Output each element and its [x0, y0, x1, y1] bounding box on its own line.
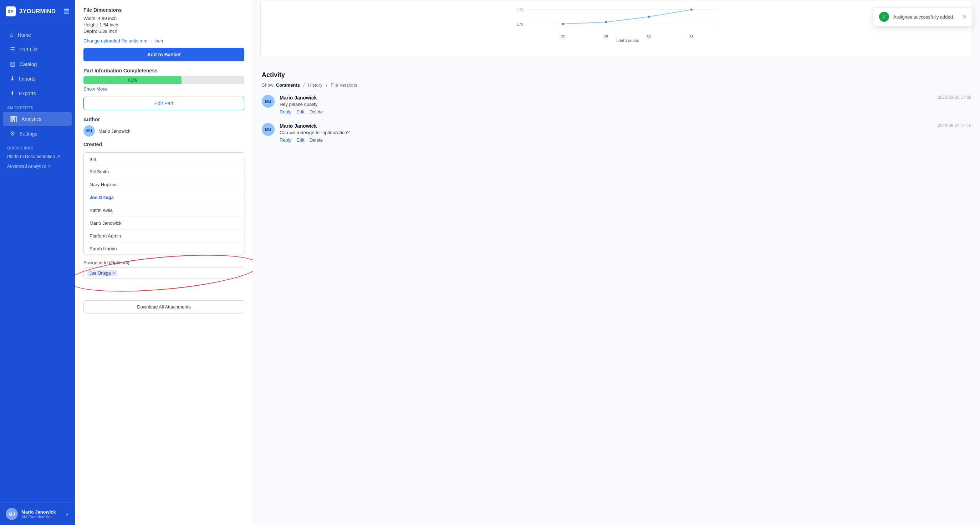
- edit-part-button[interactable]: Edit Part: [83, 97, 244, 110]
- activity-section: Activity Show: Comments / History / File…: [253, 64, 980, 158]
- part-info-title: Part Information Completeness: [83, 68, 244, 73]
- assignee-search-input[interactable]: [119, 271, 240, 276]
- sidebar-item-analytics[interactable]: 📊 Analytics: [3, 112, 72, 126]
- toast-notification: ✓ Assignee successfully added. ✕: [873, 7, 973, 26]
- file-height: Height: 1.54 inch: [83, 22, 244, 27]
- dropdown-item-aa[interactable]: a a: [84, 153, 244, 165]
- user-name: Mario Janowick: [21, 509, 62, 515]
- assignee-input-box[interactable]: Joe Ortega ✕: [83, 267, 244, 279]
- author-row: MJ Mario Janowick: [83, 125, 244, 137]
- progress-bar-text: 61%: [128, 78, 137, 83]
- sidebar-item-home[interactable]: ⌂ Home: [3, 28, 72, 42]
- reply-button[interactable]: Reply: [280, 137, 291, 143]
- dropdown-item-gary-hopkins[interactable]: Gary Hopkins: [84, 178, 244, 191]
- imports-icon: ⬇: [10, 75, 14, 82]
- hamburger-icon[interactable]: ☰: [64, 8, 69, 15]
- logo-icon: 3Y: [6, 6, 16, 16]
- avatar-initials: MJ: [265, 99, 271, 104]
- sidebar-item-imports[interactable]: ⬇ Imports: [3, 72, 72, 86]
- sidebar-quick-link-advanced-analytics[interactable]: Advanced Analytics ↗: [0, 161, 75, 171]
- sidebar-logo: 3Y 3YOURMIND ☰: [0, 0, 75, 23]
- dropdown-item-joe-ortega[interactable]: Joe Ortega: [84, 191, 244, 204]
- dropdown-item-mario-janowick[interactable]: Mario Janowick: [84, 217, 244, 230]
- file-width: Width: 4.89 inch: [83, 16, 244, 21]
- toast-close-button[interactable]: ✕: [962, 14, 967, 20]
- sidebar-quick-link-platform-docs[interactable]: Platform Documentation ↗: [0, 151, 75, 161]
- svg-point-10: [605, 21, 607, 23]
- am-experts-label: AM EXPERTS: [0, 101, 75, 111]
- activity-text: Hey please qualify: [280, 102, 972, 107]
- sidebar-item-label: Analytics: [21, 116, 41, 122]
- svg-text:172: 172: [517, 8, 523, 12]
- home-icon: ⌂: [10, 32, 14, 38]
- svg-text:Total Savings: Total Savings: [616, 38, 639, 42]
- progress-bar-fill: 61%: [83, 76, 181, 84]
- download-attachments-button[interactable]: Download All Attachments: [83, 300, 244, 313]
- change-units-link[interactable]: Change uploaded file units mm → inch: [83, 38, 244, 43]
- sidebar-item-part-list[interactable]: ☰ Part List: [3, 43, 72, 56]
- savings-chart: 172 170 20 25 30 35 Total Savings: [268, 6, 966, 42]
- author-avatar: MJ: [83, 125, 95, 137]
- quick-link-label: Platform Documentation ↗: [7, 154, 60, 159]
- filter-comments[interactable]: Comments: [276, 83, 300, 88]
- right-panel: 172 170 20 25 30 35 Total Savings Activi…: [253, 0, 980, 525]
- edit-button[interactable]: Edit: [296, 109, 304, 115]
- user-role: AM Part Identifier: [21, 515, 62, 519]
- assigned-to-container: Joe Ortega ✕: [83, 267, 244, 279]
- delete-button[interactable]: Delete: [310, 109, 323, 115]
- dropdown-item-katrin-avila[interactable]: Katrin Avila: [84, 204, 244, 217]
- activity-title: Activity: [262, 72, 972, 79]
- activity-author: Mario Janowick: [280, 123, 317, 129]
- toast-message: Assignee successfully added.: [893, 14, 958, 20]
- chevron-up-icon: ▲: [65, 512, 69, 516]
- analytics-icon: 📊: [10, 116, 17, 123]
- dropdown-item-sarah-harbin[interactable]: Sarah Harbin: [84, 243, 244, 254]
- file-depth: Depth: 6.39 inch: [83, 29, 244, 34]
- svg-point-12: [690, 8, 692, 11]
- settings-icon: ⚙: [10, 130, 15, 137]
- author-name: Mario Janowick: [99, 129, 130, 134]
- svg-text:35: 35: [689, 35, 694, 39]
- sidebar-item-catalog[interactable]: ▤ Catalog: [3, 57, 72, 71]
- created-section: Created: [83, 142, 244, 147]
- activity-avatar: MJ: [262, 95, 275, 108]
- assignee-tag: Joe Ortega ✕: [88, 270, 117, 277]
- svg-text:30: 30: [647, 35, 651, 39]
- sidebar-item-label: Part List: [19, 47, 37, 52]
- avatar-initials: MJ: [8, 511, 15, 517]
- filter-history[interactable]: History: [308, 83, 322, 88]
- created-label: Created: [83, 142, 244, 147]
- progress-bar-container: 61%: [83, 76, 244, 84]
- activity-item: MJ Mario Janowick 2023-08-04 14:10 Can w…: [262, 123, 972, 143]
- reply-button[interactable]: Reply: [280, 109, 291, 115]
- svg-text:20: 20: [561, 35, 565, 39]
- activity-timestamp: 2023-03-28 17:08: [937, 95, 972, 100]
- activity-filter-row: Show: Comments / History / File Versions: [262, 83, 972, 88]
- svg-point-9: [562, 23, 564, 25]
- activity-text: Can we redesign for optimization?: [280, 130, 972, 135]
- add-to-basket-button[interactable]: Add to Basket: [83, 48, 244, 61]
- dropdown-item-platform-admin[interactable]: Platform Admin: [84, 230, 244, 243]
- sidebar-item-settings[interactable]: ⚙ Settings: [3, 127, 72, 140]
- show-more-link[interactable]: Show More: [83, 86, 244, 92]
- show-label: Show:: [262, 83, 275, 88]
- activity-avatar: MJ: [262, 123, 275, 136]
- catalog-icon: ▤: [10, 60, 15, 67]
- assignee-dropdown-list: a a Bill Smith Gary Hopkins Joe Ortega K…: [83, 152, 244, 254]
- filter-file-versions[interactable]: File Versions: [331, 83, 357, 88]
- delete-button[interactable]: Delete: [310, 137, 323, 143]
- dropdown-item-bill-smith[interactable]: Bill Smith: [84, 165, 244, 178]
- quick-link-label: Advanced Analytics ↗: [7, 163, 51, 169]
- sidebar-item-label: Exports: [19, 91, 36, 96]
- assigned-to-section: Assigned to (Optional) Joe Ortega ✕: [83, 260, 244, 279]
- sidebar-item-exports[interactable]: ⬆ Exports: [3, 86, 72, 100]
- sidebar-user[interactable]: MJ Mario Janowick AM Part Identifier ▲: [0, 503, 75, 525]
- edit-button[interactable]: Edit: [296, 137, 304, 143]
- sidebar-item-label: Catalog: [20, 61, 37, 67]
- list-icon: ☰: [10, 46, 15, 53]
- avatar: MJ: [6, 508, 18, 520]
- svg-point-11: [648, 16, 650, 18]
- left-panel: File Dimensions Width: 4.89 inch Height:…: [75, 0, 253, 525]
- assignee-tag-remove-icon[interactable]: ✕: [112, 271, 115, 275]
- activity-actions: Reply Edit Delete: [280, 137, 972, 143]
